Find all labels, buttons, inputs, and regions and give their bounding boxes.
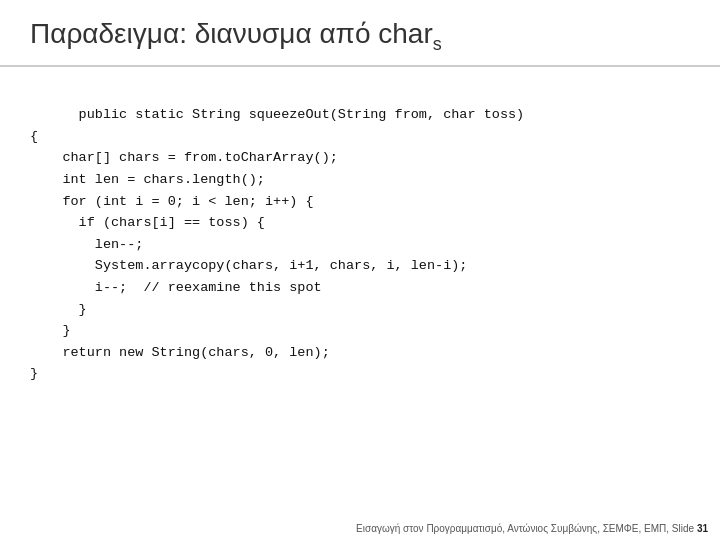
title-main: Παραδειγμα: διανυσμα από char — [30, 18, 433, 49]
code-line-8: System.arraycopy(chars, i+1, chars, i, l… — [30, 258, 467, 273]
code-line-9: i--; // reexamine this spot — [30, 280, 322, 295]
code-line-5: for (int i = 0; i < len; i++) { — [30, 194, 314, 209]
slide-title: Παραδειγμα: διανυσμα από chars — [30, 18, 690, 55]
slide-footer: Εισαγωγή στον Προγραμματισμό, Αντώνιος Σ… — [356, 523, 708, 534]
code-line-7: len--; — [30, 237, 143, 252]
code-block: public static String squeezeOut(String f… — [30, 83, 690, 407]
footer-text: Εισαγωγή στον Προγραμματισμό, Αντώνιος Σ… — [356, 523, 694, 534]
code-line-11: } — [30, 323, 71, 338]
code-line-3: char[] chars = from.toCharArray(); — [30, 150, 338, 165]
code-line-12: return new String(chars, 0, len); — [30, 345, 330, 360]
title-subscript: s — [433, 34, 442, 54]
slide: Παραδειγμα: διανυσμα από chars public st… — [0, 0, 720, 540]
code-line-6: if (chars[i] == toss) { — [30, 215, 265, 230]
code-line-2: { — [30, 129, 38, 144]
title-bar: Παραδειγμα: διανυσμα από chars — [0, 0, 720, 67]
slide-number: 31 — [697, 523, 708, 534]
slide-content: public static String squeezeOut(String f… — [0, 75, 720, 540]
code-line-10: } — [30, 302, 87, 317]
code-line-1: public static String squeezeOut(String f… — [79, 107, 525, 122]
code-line-4: int len = chars.length(); — [30, 172, 265, 187]
code-line-13: } — [30, 366, 38, 381]
